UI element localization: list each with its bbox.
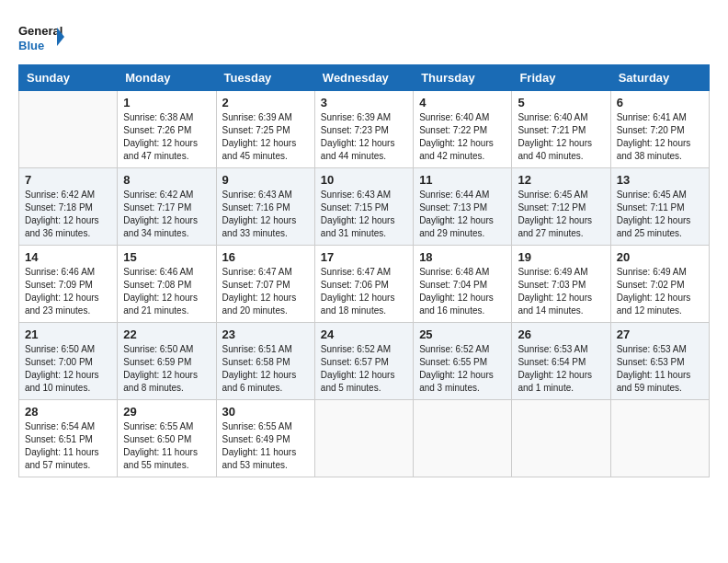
calendar-cell: 11 Sunrise: 6:44 AM Sunset: 7:13 PM Dayl… — [414, 168, 512, 246]
column-header-monday: Monday — [118, 65, 216, 91]
page-header: General Blue — [18, 18, 710, 55]
column-headers: SundayMondayTuesdayWednesdayThursdayFrid… — [19, 65, 710, 91]
day-number: 25 — [419, 327, 506, 341]
calendar-cell: 29 Sunrise: 6:55 AM Sunset: 6:50 PM Dayl… — [118, 400, 216, 477]
calendar-cell: 26 Sunrise: 6:53 AM Sunset: 6:54 PM Dayl… — [512, 323, 610, 400]
day-number: 30 — [222, 405, 309, 419]
day-info: Sunrise: 6:50 AM Sunset: 6:59 PM Dayligh… — [123, 343, 210, 395]
logo: General Blue — [18, 18, 64, 55]
day-info: Sunrise: 6:46 AM Sunset: 7:09 PM Dayligh… — [25, 266, 111, 317]
day-info: Sunrise: 6:39 AM Sunset: 7:25 PM Dayligh… — [222, 111, 309, 163]
day-info: Sunrise: 6:40 AM Sunset: 7:22 PM Dayligh… — [419, 111, 506, 163]
calendar-cell: 20 Sunrise: 6:49 AM Sunset: 7:02 PM Dayl… — [610, 246, 709, 323]
calendar-cell: 10 Sunrise: 6:43 AM Sunset: 7:15 PM Dayl… — [314, 168, 413, 246]
calendar-week-4: 21 Sunrise: 6:50 AM Sunset: 7:00 PM Dayl… — [19, 323, 710, 400]
calendar-table: SundayMondayTuesdayWednesdayThursdayFrid… — [18, 64, 710, 477]
calendar-cell: 18 Sunrise: 6:48 AM Sunset: 7:04 PM Dayl… — [414, 246, 512, 323]
calendar-cell: 14 Sunrise: 6:46 AM Sunset: 7:09 PM Dayl… — [19, 246, 118, 323]
day-info: Sunrise: 6:54 AM Sunset: 6:51 PM Dayligh… — [25, 420, 111, 472]
calendar-cell: 6 Sunrise: 6:41 AM Sunset: 7:20 PM Dayli… — [610, 91, 709, 168]
day-number: 28 — [25, 405, 111, 419]
calendar-cell: 7 Sunrise: 6:42 AM Sunset: 7:18 PM Dayli… — [19, 168, 118, 246]
calendar-cell: 4 Sunrise: 6:40 AM Sunset: 7:22 PM Dayli… — [414, 91, 512, 168]
day-number: 19 — [518, 250, 604, 264]
column-header-tuesday: Tuesday — [216, 65, 314, 91]
day-info: Sunrise: 6:52 AM Sunset: 6:57 PM Dayligh… — [321, 343, 407, 395]
day-number: 18 — [419, 250, 506, 264]
day-number: 17 — [321, 250, 407, 264]
column-header-thursday: Thursday — [414, 65, 512, 91]
day-info: Sunrise: 6:40 AM Sunset: 7:21 PM Dayligh… — [518, 111, 604, 163]
day-info: Sunrise: 6:49 AM Sunset: 7:02 PM Dayligh… — [617, 266, 703, 317]
calendar-cell: 17 Sunrise: 6:47 AM Sunset: 7:06 PM Dayl… — [314, 246, 413, 323]
day-number: 4 — [419, 96, 506, 109]
calendar-cell — [610, 400, 709, 477]
day-number: 29 — [123, 405, 210, 419]
day-info: Sunrise: 6:55 AM Sunset: 6:49 PM Dayligh… — [222, 420, 309, 472]
calendar-body: 1 Sunrise: 6:38 AM Sunset: 7:26 PM Dayli… — [19, 91, 710, 477]
calendar-cell: 15 Sunrise: 6:46 AM Sunset: 7:08 PM Dayl… — [118, 246, 216, 323]
day-number: 20 — [617, 250, 703, 264]
day-number: 24 — [321, 327, 407, 341]
calendar-cell: 3 Sunrise: 6:39 AM Sunset: 7:23 PM Dayli… — [314, 91, 413, 168]
day-number: 26 — [518, 327, 604, 341]
calendar-cell: 19 Sunrise: 6:49 AM Sunset: 7:03 PM Dayl… — [512, 246, 610, 323]
calendar-cell — [512, 400, 610, 477]
day-number: 22 — [123, 327, 210, 341]
calendar-cell: 27 Sunrise: 6:53 AM Sunset: 6:53 PM Dayl… — [610, 323, 709, 400]
day-number: 23 — [222, 327, 309, 341]
calendar-cell: 23 Sunrise: 6:51 AM Sunset: 6:58 PM Dayl… — [216, 323, 314, 400]
calendar-cell — [314, 400, 413, 477]
day-info: Sunrise: 6:53 AM Sunset: 6:53 PM Dayligh… — [617, 343, 703, 395]
day-info: Sunrise: 6:47 AM Sunset: 7:06 PM Dayligh… — [321, 266, 407, 317]
calendar-cell — [19, 91, 118, 168]
calendar-cell: 30 Sunrise: 6:55 AM Sunset: 6:49 PM Dayl… — [216, 400, 314, 477]
day-number: 1 — [123, 96, 210, 109]
day-info: Sunrise: 6:47 AM Sunset: 7:07 PM Dayligh… — [222, 266, 309, 317]
column-header-sunday: Sunday — [19, 65, 118, 91]
calendar-cell: 12 Sunrise: 6:45 AM Sunset: 7:12 PM Dayl… — [512, 168, 610, 246]
calendar-cell: 28 Sunrise: 6:54 AM Sunset: 6:51 PM Dayl… — [19, 400, 118, 477]
day-number: 7 — [25, 173, 111, 187]
day-number: 27 — [617, 327, 703, 341]
day-info: Sunrise: 6:43 AM Sunset: 7:16 PM Dayligh… — [222, 189, 309, 240]
calendar-cell: 13 Sunrise: 6:45 AM Sunset: 7:11 PM Dayl… — [610, 168, 709, 246]
day-number: 21 — [25, 327, 111, 341]
day-number: 8 — [123, 173, 210, 187]
logo-svg: General Blue — [18, 18, 64, 55]
day-number: 12 — [518, 173, 604, 187]
day-info: Sunrise: 6:38 AM Sunset: 7:26 PM Dayligh… — [123, 111, 210, 163]
calendar-cell: 25 Sunrise: 6:52 AM Sunset: 6:55 PM Dayl… — [414, 323, 512, 400]
calendar-cell: 2 Sunrise: 6:39 AM Sunset: 7:25 PM Dayli… — [216, 91, 314, 168]
calendar-cell: 24 Sunrise: 6:52 AM Sunset: 6:57 PM Dayl… — [314, 323, 413, 400]
calendar-cell: 9 Sunrise: 6:43 AM Sunset: 7:16 PM Dayli… — [216, 168, 314, 246]
day-info: Sunrise: 6:39 AM Sunset: 7:23 PM Dayligh… — [321, 111, 407, 163]
svg-text:Blue: Blue — [18, 39, 44, 52]
day-info: Sunrise: 6:49 AM Sunset: 7:03 PM Dayligh… — [518, 266, 604, 317]
day-info: Sunrise: 6:44 AM Sunset: 7:13 PM Dayligh… — [419, 189, 506, 240]
day-info: Sunrise: 6:51 AM Sunset: 6:58 PM Dayligh… — [222, 343, 309, 395]
day-info: Sunrise: 6:52 AM Sunset: 6:55 PM Dayligh… — [419, 343, 506, 395]
day-info: Sunrise: 6:50 AM Sunset: 7:00 PM Dayligh… — [25, 343, 111, 395]
calendar-cell: 5 Sunrise: 6:40 AM Sunset: 7:21 PM Dayli… — [512, 91, 610, 168]
calendar-cell: 1 Sunrise: 6:38 AM Sunset: 7:26 PM Dayli… — [118, 91, 216, 168]
calendar-cell — [414, 400, 512, 477]
calendar-cell: 21 Sunrise: 6:50 AM Sunset: 7:00 PM Dayl… — [19, 323, 118, 400]
day-number: 13 — [617, 173, 703, 187]
day-info: Sunrise: 6:46 AM Sunset: 7:08 PM Dayligh… — [123, 266, 210, 317]
day-number: 3 — [321, 96, 407, 109]
day-info: Sunrise: 6:42 AM Sunset: 7:18 PM Dayligh… — [25, 189, 111, 240]
calendar-cell: 8 Sunrise: 6:42 AM Sunset: 7:17 PM Dayli… — [118, 168, 216, 246]
day-number: 10 — [321, 173, 407, 187]
calendar-week-5: 28 Sunrise: 6:54 AM Sunset: 6:51 PM Dayl… — [19, 400, 710, 477]
day-number: 16 — [222, 250, 309, 264]
calendar-week-2: 7 Sunrise: 6:42 AM Sunset: 7:18 PM Dayli… — [19, 168, 710, 246]
calendar-week-3: 14 Sunrise: 6:46 AM Sunset: 7:09 PM Dayl… — [19, 246, 710, 323]
day-number: 6 — [617, 96, 703, 109]
column-header-friday: Friday — [512, 65, 610, 91]
day-number: 11 — [419, 173, 506, 187]
day-number: 2 — [222, 96, 309, 109]
calendar-cell: 22 Sunrise: 6:50 AM Sunset: 6:59 PM Dayl… — [118, 323, 216, 400]
day-info: Sunrise: 6:41 AM Sunset: 7:20 PM Dayligh… — [617, 111, 703, 163]
calendar-week-1: 1 Sunrise: 6:38 AM Sunset: 7:26 PM Dayli… — [19, 91, 710, 168]
